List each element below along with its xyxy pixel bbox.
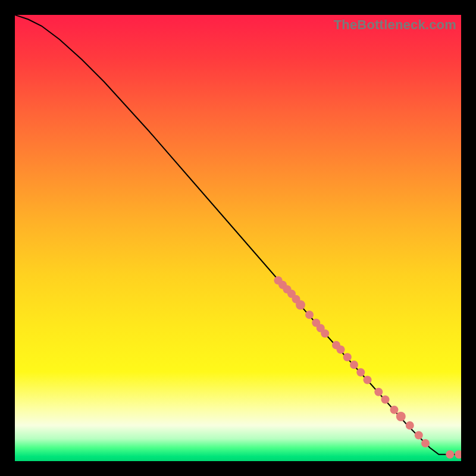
chart-stage: TheBottleneck.com [0,0,476,476]
marker-group [274,276,462,459]
marker-dot [381,396,390,404]
plot-area: TheBottleneck.com [15,15,461,461]
marker-dot [421,439,430,447]
marker-dot [364,376,372,384]
marker-dot [406,421,414,430]
marker-dot [356,368,365,377]
marker-dot [350,361,358,369]
bottleneck-curve [15,15,461,455]
marker-dot [390,406,399,414]
marker-dot [446,450,454,459]
chart-overlay [15,15,461,461]
marker-dot [455,450,461,459]
marker-dot [374,388,383,396]
marker-dot [321,330,329,338]
marker-dot [305,311,314,319]
marker-dot [337,346,345,354]
marker-dot [396,412,406,421]
marker-dot [343,353,352,361]
marker-dot [415,431,423,440]
marker-dot [296,300,305,310]
